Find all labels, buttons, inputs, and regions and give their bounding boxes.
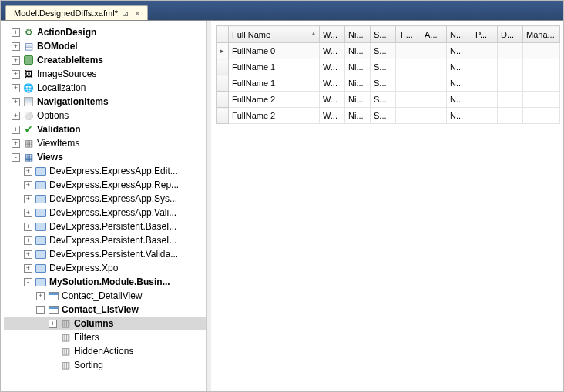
- cell[interactable]: [523, 43, 560, 59]
- expand-icon[interactable]: +: [24, 181, 32, 189]
- expand-icon[interactable]: +: [12, 139, 20, 148]
- expand-icon[interactable]: +: [12, 84, 20, 92]
- cell[interactable]: N...: [447, 92, 472, 108]
- cell[interactable]: [498, 75, 523, 92]
- cell[interactable]: [396, 75, 421, 92]
- tree-node-devexpress-xpo[interactable]: +DevExpress.Xpo: [4, 261, 206, 275]
- cell[interactable]: S...: [371, 108, 396, 124]
- col-header[interactable]: P...: [472, 26, 498, 43]
- tree-node-contact-listview[interactable]: -Contact_ListView: [4, 303, 206, 317]
- cell[interactable]: Ni...: [345, 59, 371, 75]
- columns-grid[interactable]: Full Name▲W...Ni...S...Ti...A...N...P...…: [216, 25, 560, 124]
- tree-node-options[interactable]: +Options: [4, 109, 206, 122]
- cell[interactable]: [523, 108, 560, 124]
- col-header[interactable]: Ni...: [345, 26, 371, 43]
- cell[interactable]: [498, 59, 523, 75]
- col-header[interactable]: A...: [421, 26, 447, 43]
- col-header[interactable]: W...: [320, 26, 345, 43]
- cell[interactable]: [472, 43, 498, 59]
- cell[interactable]: W...: [320, 43, 345, 59]
- tree-node-devexpress-expressapp-rep-[interactable]: +DevExpress.ExpressApp.Rep...: [4, 178, 206, 192]
- cell[interactable]: [396, 43, 421, 59]
- tree-node-views[interactable]: -Views: [4, 150, 206, 164]
- cell[interactable]: [421, 75, 447, 92]
- expand-icon[interactable]: +: [24, 250, 32, 259]
- tree-node-actiondesign[interactable]: +ActionDesign: [4, 25, 206, 39]
- tree-node-devexpress-persistent-valida-[interactable]: +DevExpress.Persistent.Valida...: [4, 247, 206, 261]
- cell[interactable]: FullName 1: [229, 75, 320, 92]
- expand-icon[interactable]: +: [24, 167, 32, 176]
- cell[interactable]: N...: [447, 43, 472, 59]
- cell[interactable]: [472, 59, 498, 75]
- tree-node-viewitems[interactable]: +ViewItems: [4, 136, 206, 150]
- col-header[interactable]: D...: [498, 26, 523, 43]
- expand-icon[interactable]: +: [12, 56, 20, 65]
- cell[interactable]: [498, 43, 523, 59]
- expand-icon[interactable]: +: [12, 70, 20, 79]
- expand-icon[interactable]: +: [24, 264, 32, 273]
- table-row[interactable]: ▸FullName 0W...Ni...S...N...: [217, 43, 560, 59]
- cell[interactable]: [421, 108, 447, 124]
- tree-node-devexpress-expressapp-edit-[interactable]: +DevExpress.ExpressApp.Edit...: [4, 164, 206, 178]
- cell[interactable]: Ni...: [345, 75, 371, 92]
- col-header[interactable]: Full Name▲: [229, 26, 320, 43]
- document-tab[interactable]: Model.DesignedDiffs.xafml* ⊿ ×: [5, 5, 148, 20]
- cell[interactable]: [396, 59, 421, 75]
- cell[interactable]: W...: [320, 75, 345, 92]
- expand-icon[interactable]: +: [12, 98, 20, 106]
- cell[interactable]: [523, 75, 560, 92]
- pin-icon[interactable]: ⊿: [123, 9, 129, 18]
- collapse-icon[interactable]: -: [24, 278, 32, 286]
- expand-icon[interactable]: +: [49, 320, 57, 328]
- col-header[interactable]: S...: [371, 26, 396, 43]
- col-header[interactable]: Mana...: [523, 26, 560, 43]
- tree-node-devexpress-persistent-basei-[interactable]: +DevExpress.Persistent.BaseI...: [4, 233, 206, 247]
- tree-node-hiddenactions[interactable]: HiddenActions: [4, 344, 206, 358]
- cell[interactable]: [523, 59, 560, 75]
- collapse-icon[interactable]: -: [36, 306, 45, 314]
- tree-node-mysolution-module-busin-[interactable]: -MySolution.Module.Busin...: [4, 275, 206, 289]
- table-row[interactable]: FullName 2W...Ni...S...N...: [217, 92, 560, 108]
- expand-icon[interactable]: +: [24, 236, 32, 245]
- cell[interactable]: [421, 59, 447, 75]
- cell[interactable]: FullName 0: [229, 43, 320, 59]
- collapse-icon[interactable]: -: [12, 153, 20, 162]
- expand-icon[interactable]: +: [12, 28, 20, 37]
- tree-node-validation[interactable]: +Validation: [4, 122, 206, 136]
- expand-icon[interactable]: +: [24, 209, 32, 217]
- tree-node-contact-detailview[interactable]: +Contact_DetailView: [4, 289, 206, 303]
- cell[interactable]: [472, 75, 498, 92]
- cell[interactable]: Ni...: [345, 43, 371, 59]
- tree-node-filters[interactable]: Filters: [4, 330, 206, 344]
- expand-icon[interactable]: +: [12, 126, 20, 134]
- expand-icon[interactable]: +: [24, 223, 32, 231]
- tree-node-navigationitems[interactable]: +NavigationItems: [4, 95, 206, 109]
- cell[interactable]: Ni...: [345, 108, 371, 124]
- tree-node-devexpress-persistent-basei-[interactable]: +DevExpress.Persistent.BaseI...: [4, 219, 206, 233]
- tree-node-sorting[interactable]: Sorting: [4, 358, 206, 372]
- tree-node-columns[interactable]: +Columns: [4, 317, 206, 330]
- col-header[interactable]: N...: [447, 26, 472, 43]
- tree-node-localization[interactable]: +Localization: [4, 81, 206, 95]
- cell[interactable]: FullName 1: [229, 59, 320, 75]
- expand-icon[interactable]: +: [36, 292, 45, 300]
- tree-node-creatableitems[interactable]: +CreatableItems: [4, 53, 206, 67]
- cell[interactable]: FullName 2: [229, 92, 320, 108]
- tree-node-devexpress-expressapp-vali-[interactable]: +DevExpress.ExpressApp.Vali...: [4, 206, 206, 219]
- cell[interactable]: [472, 92, 498, 108]
- cell[interactable]: [421, 92, 447, 108]
- cell[interactable]: N...: [447, 75, 472, 92]
- cell[interactable]: [498, 92, 523, 108]
- cell[interactable]: N...: [447, 108, 472, 124]
- cell[interactable]: [523, 92, 560, 108]
- expand-icon[interactable]: +: [24, 195, 32, 203]
- cell[interactable]: [421, 43, 447, 59]
- tree-node-bomodel[interactable]: +BOModel: [4, 39, 206, 53]
- tree-node-imagesources[interactable]: +ImageSources: [4, 67, 206, 81]
- cell[interactable]: [396, 108, 421, 124]
- cell[interactable]: S...: [371, 43, 396, 59]
- cell[interactable]: FullName 2: [229, 108, 320, 124]
- expand-icon[interactable]: +: [12, 112, 20, 120]
- cell[interactable]: W...: [320, 59, 345, 75]
- cell[interactable]: W...: [320, 92, 345, 108]
